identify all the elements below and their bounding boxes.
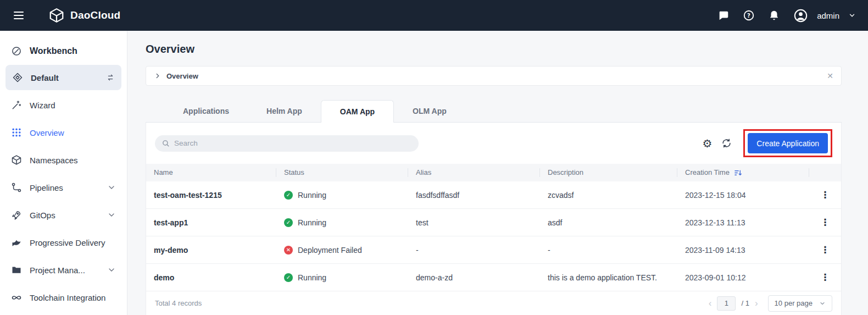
table-row: my-demo Deployment Failed - - 2023-11-09… [146, 236, 841, 264]
progressive-delivery-icon [11, 237, 22, 248]
sidebar-item-workbench[interactable]: Workbench [0, 37, 127, 65]
chat-icon[interactable] [717, 9, 730, 21]
actions-cell [809, 218, 841, 227]
alias-cell: fasdfsdffasdf [408, 191, 540, 200]
row-actions-kebab-icon[interactable] [821, 190, 830, 200]
search-input[interactable] [174, 139, 412, 147]
sidebar-item-label: Pipelines [30, 183, 63, 192]
brand[interactable]: DaoCloud [48, 7, 120, 24]
folder-icon [11, 264, 22, 275]
sidebar-item-pipelines[interactable]: Pipelines [0, 174, 127, 201]
sidebar-item-label: GitOps [30, 211, 55, 220]
wizard-icon [11, 100, 22, 110]
pipelines-icon [11, 182, 22, 193]
status-label: Running [298, 191, 326, 200]
status-cell: Deployment Failed [276, 246, 408, 255]
status-cell: Running [276, 273, 408, 282]
pagination: / 1 10 per page [709, 295, 832, 312]
switch-workspace-icon[interactable] [106, 73, 115, 82]
bell-icon[interactable] [768, 9, 780, 21]
table-footer: Total 4 records / 1 10 per page [146, 291, 841, 315]
brand-name: DaoCloud [70, 9, 120, 21]
sidebar-item-namespaces[interactable]: Namespaces [0, 146, 127, 174]
sidebar-item-default-workspace[interactable]: Default [5, 65, 121, 90]
sidebar-item-progressive-delivery[interactable]: Progressive Delivery [0, 229, 127, 256]
alias-cell: test [408, 218, 540, 227]
chevron-down-icon[interactable] [848, 12, 856, 19]
tab-olm-app[interactable]: OLM App [394, 100, 465, 122]
status-label: Running [298, 218, 326, 227]
status-cell: Running [276, 218, 408, 227]
table-row: test-oam-test-1215 Running fasdfsdffasdf… [146, 181, 841, 209]
close-icon[interactable] [827, 72, 833, 80]
description-cell: this is a demo application TEST. [540, 273, 677, 282]
page-input[interactable] [717, 296, 736, 311]
sidebar-item-gitops[interactable]: GitOps [0, 201, 127, 229]
tab-helm-app[interactable]: Helm App [248, 100, 321, 122]
status-success-icon [284, 273, 293, 282]
help-icon[interactable]: ? [743, 9, 755, 21]
sidebar-item-project-management[interactable]: Project Mana... [0, 256, 127, 284]
next-page-icon[interactable] [755, 299, 758, 308]
sidebar-item-toolchain-integration[interactable]: Toolchain Integration [0, 284, 127, 311]
status-error-icon [284, 246, 293, 255]
sidebar-item-label: Project Mana... [30, 266, 85, 275]
column-header-actions [809, 168, 841, 177]
tab-bar: Applications Helm App OAM App OLM App [146, 100, 842, 123]
prev-page-icon[interactable] [709, 299, 712, 308]
sort-descending-icon[interactable] [734, 169, 742, 177]
breadcrumb: Overview [146, 66, 842, 86]
sidebar-item-label: Workbench [30, 46, 77, 56]
alias-cell: - [408, 246, 540, 255]
username[interactable]: admin [817, 11, 839, 20]
search-icon [162, 139, 170, 147]
status-success-icon [284, 218, 293, 227]
sidebar-item-wizard[interactable]: Wizard [0, 91, 127, 119]
table-row: demo Running demo-a-zd this is a demo ap… [146, 264, 841, 291]
chevron-down-icon [107, 266, 116, 274]
status-label: Running [298, 273, 326, 282]
app-name-link[interactable]: test-oam-test-1215 [146, 191, 276, 200]
oam-app-panel: Create Application Name Status Alias Des… [146, 123, 842, 315]
app-name-link[interactable]: demo [146, 273, 276, 282]
description-cell: zcvadsf [540, 191, 677, 200]
refresh-icon[interactable] [721, 138, 732, 148]
annotation-highlight-box: Create Application [743, 129, 832, 157]
page-total: / 1 [741, 299, 749, 307]
table-header: Name Status Alias Description Creation T… [146, 164, 841, 181]
total-records: Total 4 records [155, 299, 202, 307]
creation-time-cell: 2023-09-01 10:12 [677, 273, 809, 282]
gitops-icon [11, 209, 22, 220]
table-row: test-app1 Running test asdf 2023-12-13 1… [146, 209, 841, 236]
actions-cell [809, 273, 841, 282]
search-box[interactable] [155, 135, 419, 152]
status-label: Deployment Failed [298, 246, 362, 255]
chevron-down-icon [107, 183, 116, 192]
sidebar-item-label: Toolchain Integration [30, 293, 105, 302]
create-application-button[interactable]: Create Application [748, 133, 828, 153]
topbar-actions: ? admin [717, 8, 856, 23]
page-size-select[interactable]: 10 per page [768, 295, 832, 312]
gear-icon[interactable] [702, 138, 712, 149]
breadcrumb-item[interactable]: Overview [166, 72, 198, 80]
tab-oam-app[interactable]: OAM App [321, 100, 394, 123]
avatar[interactable] [793, 8, 808, 23]
app-name-link[interactable]: test-app1 [146, 218, 276, 227]
page-size-label: 10 per page [775, 299, 813, 307]
page-title: Overview [146, 43, 842, 56]
creation-time-cell: 2023-12-13 11:13 [677, 218, 809, 227]
overview-grid-icon [11, 127, 22, 138]
svg-text:?: ? [747, 13, 750, 19]
workbench-icon [11, 46, 22, 57]
namespaces-icon [11, 154, 22, 165]
description-cell: asdf [540, 218, 677, 227]
app-name-link[interactable]: my-demo [146, 246, 276, 255]
tab-applications[interactable]: Applications [164, 100, 248, 122]
row-actions-kebab-icon[interactable] [821, 245, 830, 255]
workspace-icon [12, 72, 23, 83]
row-actions-kebab-icon[interactable] [821, 273, 830, 282]
menu-toggle-icon[interactable] [12, 9, 25, 22]
row-actions-kebab-icon[interactable] [821, 218, 830, 227]
alias-cell: demo-a-zd [408, 273, 540, 282]
sidebar-item-overview[interactable]: Overview [0, 119, 127, 146]
